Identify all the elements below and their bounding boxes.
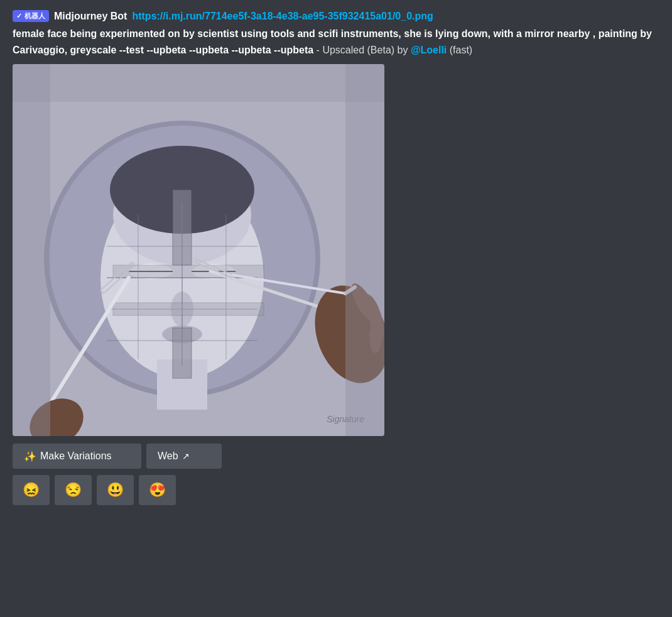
reaction-unamused-button[interactable]: 😒 [55, 475, 92, 505]
web-label: Web [158, 450, 178, 462]
unamused-emoji: 😒 [65, 482, 82, 498]
user-mention[interactable]: @Loelli [411, 45, 447, 55]
badge-label: 机器人 [24, 11, 45, 21]
svg-rect-44 [13, 64, 384, 102]
heart-eyes-emoji: 😍 [149, 482, 166, 498]
action-buttons-row: ✨ Make Variations Web ↗ [13, 444, 659, 469]
grin-emoji: 😃 [107, 482, 124, 498]
svg-rect-18 [173, 190, 192, 265]
tired-emoji: 😖 [23, 482, 40, 498]
web-button[interactable]: Web ↗ [146, 444, 222, 469]
emoji-reactions-row: 😖 😒 😃 😍 [13, 475, 659, 505]
make-variations-button[interactable]: ✨ Make Variations [13, 444, 141, 469]
svg-rect-21 [113, 303, 264, 315]
reaction-heart-eyes-button[interactable]: 😍 [139, 475, 176, 505]
svg-rect-19 [173, 328, 192, 378]
image-container: Signature [13, 64, 659, 436]
check-icon: ✓ [16, 12, 22, 20]
svg-rect-42 [13, 64, 50, 436]
external-link-icon: ↗ [182, 451, 190, 461]
make-variations-label: Make Variations [40, 450, 112, 462]
bot-badge: ✓ 机器人 [13, 10, 49, 22]
message-body: female face being experimented on by sci… [13, 26, 659, 58]
image-url-link[interactable]: https://i.mj.run/7714ee5f-3a18-4e38-ae95… [132, 11, 433, 22]
artwork-svg: Signature [13, 64, 384, 436]
suffix-text: - Upscaled (Beta) by [317, 45, 408, 55]
reaction-grin-button[interactable]: 😃 [97, 475, 134, 505]
sparkles-icon: ✨ [24, 450, 36, 462]
reaction-tired-button[interactable]: 😖 [13, 475, 50, 505]
generated-image[interactable]: Signature [13, 64, 384, 436]
upscaled-info: - Upscaled (Beta) by @Loelli (fast) [317, 45, 473, 55]
bot-name: Midjourney Bot [54, 11, 127, 22]
svg-rect-43 [345, 64, 384, 436]
message-header: ✓ 机器人 Midjourney Bot https://i.mj.run/77… [13, 10, 659, 22]
speed-text: (fast) [450, 45, 472, 55]
